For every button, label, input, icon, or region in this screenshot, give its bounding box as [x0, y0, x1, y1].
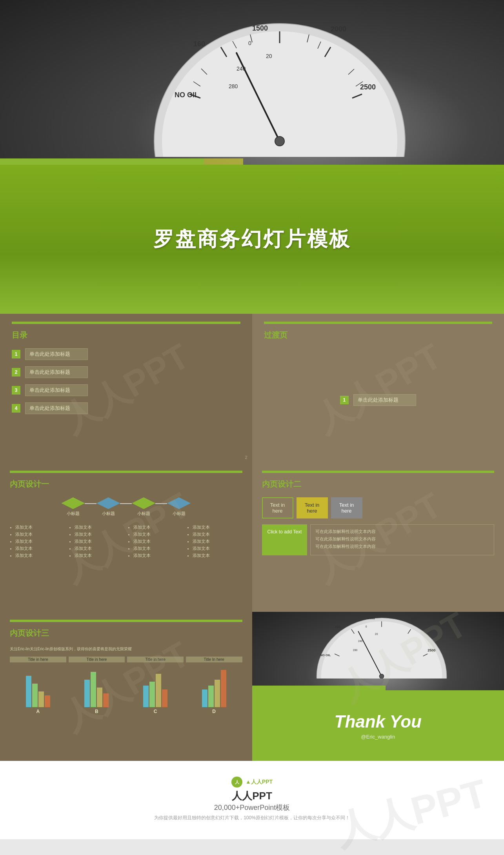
inner3-title: 内页设计三: [10, 628, 242, 639]
svg-text:20: 20: [266, 53, 272, 59]
desc-line-3: 可在此添加解释性说明文本内容: [315, 544, 489, 549]
bar: [156, 674, 161, 707]
desc-line-1: 可在此添加解释性说明文本内容: [315, 529, 489, 535]
connector-2: [120, 503, 132, 504]
diamond-label-3: 小标题: [137, 511, 150, 517]
chart-bars-b: [84, 664, 109, 707]
list-item: 添加文本: [193, 524, 242, 530]
chart-letter-c: C: [154, 709, 157, 714]
svg-text:240: 240: [358, 640, 363, 642]
chart-letter-d: D: [212, 709, 216, 714]
list-item: 添加文本: [133, 546, 183, 551]
diamond-wrap-3: 小标题: [132, 497, 155, 517]
diamond-label-1: 小标题: [67, 511, 80, 517]
diamond-label-2: 小标题: [102, 511, 115, 517]
list-item: 添加文本: [15, 524, 65, 530]
inner1-slide: 内页设计一 小标题 小标题 小标题 小: [0, 463, 252, 612]
list-item: 添加文本: [193, 546, 242, 551]
text-boxes-row: Text inhere Text inhere Text inhere: [262, 497, 495, 518]
svg-text:0: 0: [248, 40, 251, 46]
bar: [208, 686, 214, 707]
connector-1: [85, 503, 96, 504]
content-col-3: 添加文本 添加文本 添加文本 添加文本 添加文本: [128, 524, 183, 560]
svg-text:2000: 2000: [331, 25, 346, 33]
diamond-1: [61, 497, 85, 509]
toc-item-1: 1 单击此处添加标题: [12, 348, 240, 360]
chart-title-c: Title in here: [127, 657, 184, 662]
bar: [32, 684, 38, 707]
footer-logo-text: ▲人人PPT: [246, 779, 273, 786]
bar: [202, 689, 207, 707]
footer-logo-icon: 人: [231, 777, 242, 788]
click-to-add[interactable]: Click to add Text: [262, 524, 307, 555]
bar: [38, 691, 44, 707]
transition-slide: 过渡页 1 单击此处添加标题 人人PPT: [252, 314, 504, 463]
svg-text:NO OIL: NO OIL: [320, 653, 331, 657]
hero-green-stripe-2: [204, 158, 243, 165]
text-box-3: Text inhere: [331, 497, 362, 518]
main-title: 罗盘商务幻灯片模板: [153, 226, 351, 253]
footer-tagline: 20,000+PowerPoint模板: [214, 803, 290, 812]
list-item: 添加文本: [75, 524, 124, 530]
inner1-inner: 内页设计一 小标题 小标题 小标题 小: [0, 463, 252, 612]
diamond-wrap-4: 小标题: [167, 497, 191, 517]
bar: [91, 672, 96, 707]
transition-num: 1: [340, 396, 349, 404]
gauge-background: 1500 160 NO OIL 2000 2500 20 0 240 280: [0, 0, 504, 165]
inner3-inner: 内页设计三 关注Eric-lin关注Eric-lin原创模版系列，获得你的喜爱将…: [0, 612, 252, 761]
chart-letter-a: A: [36, 709, 40, 714]
list-item: 添加文本: [133, 531, 183, 537]
chart-bars-c: [143, 664, 167, 707]
svg-text:0: 0: [365, 625, 367, 628]
diamond-row: 小标题 小标题 小标题 小标题: [10, 497, 242, 517]
list-item: 添加文本: [133, 553, 183, 558]
svg-text:2500: 2500: [360, 83, 376, 91]
toc-num-4: 4: [12, 404, 20, 413]
diamond-label-4: 小标题: [173, 511, 186, 517]
thank-you-section: Thank You @Eric_wanglin: [252, 690, 504, 761]
svg-text:160: 160: [193, 40, 205, 48]
toc-num-1: 1: [12, 350, 20, 358]
chart-area: Title in here A Title in here: [10, 657, 242, 714]
gauge-bg2: 1500 160 NO OIL 2000 2500 20 0 240 280: [252, 612, 504, 690]
bar: [215, 680, 220, 707]
list-item: 添加文本: [75, 531, 124, 537]
footer-watermark: 人人PPT: [329, 767, 493, 839]
list-item: 添加文本: [193, 531, 242, 537]
list-item: 添加文本: [133, 524, 183, 530]
toc-label-3: 单击此处添加标题: [25, 384, 88, 396]
connector-3: [155, 503, 167, 504]
toc-item-3: 3 单击此处添加标题: [12, 384, 240, 396]
inner3-slide: 内页设计三 关注Eric-lin关注Eric-lin原创模版系列，获得你的喜爱将…: [0, 612, 252, 761]
chart-col-a: Title in here A: [10, 657, 66, 714]
svg-text:1500: 1500: [367, 616, 375, 620]
transition-label: 单击此处添加标题: [353, 394, 416, 406]
bar: [221, 670, 226, 707]
slide-title: 罗盘商务幻灯片模板: [0, 165, 504, 314]
chart-title-a: Title in here: [10, 657, 66, 662]
chart-letter-b: B: [95, 709, 98, 714]
bar: [149, 682, 155, 707]
list-item: 添加文本: [193, 553, 242, 558]
diamond-4: [167, 497, 191, 509]
chart-col-c: Title in here C: [127, 657, 184, 714]
hero-green-stripe: [0, 158, 204, 165]
list-item: 添加文本: [133, 538, 183, 544]
toc-title: 目录: [12, 330, 240, 340]
transition-item: 1 单击此处添加标题: [340, 394, 416, 406]
list-item: 添加文本: [15, 546, 65, 551]
bar: [103, 693, 109, 707]
footer-slide: 人 ▲人人PPT 人人PPT 20,000+PowerPoint模板 为你提供最…: [0, 761, 504, 839]
list-item: 添加文本: [75, 538, 124, 544]
list-item: 添加文本: [193, 538, 242, 544]
bar: [84, 680, 90, 707]
toc-page-num: 2: [245, 455, 247, 460]
list-item: 添加文本: [15, 538, 65, 544]
inner1-title: 内页设计一: [10, 479, 242, 489]
transition-title: 过渡页: [264, 330, 493, 340]
gauge-slide: 1500 160 NO OIL 2000 2500 20 0 240 280 T…: [252, 612, 504, 761]
toc-num-3: 3: [12, 386, 20, 395]
list-item: 添加文本: [15, 531, 65, 537]
inner3-header-bar: [10, 620, 242, 622]
chart-col-d: Title In here D: [186, 657, 242, 714]
